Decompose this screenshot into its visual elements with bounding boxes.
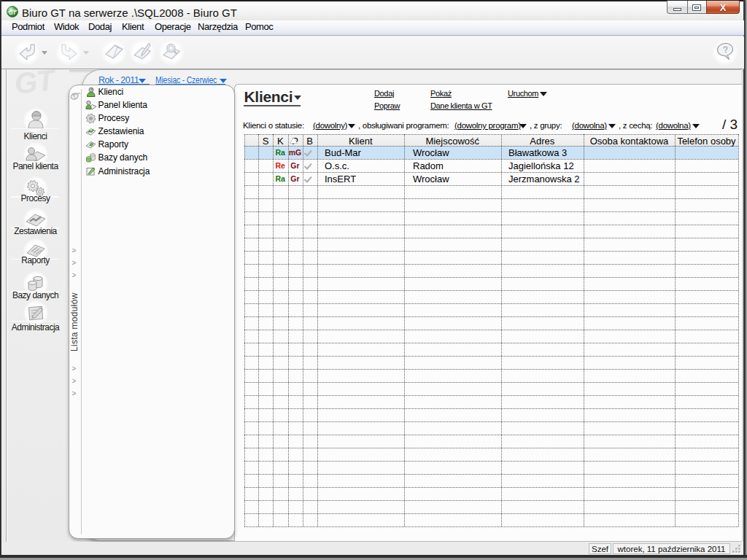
svg-text:GT: GT	[9, 10, 16, 15]
